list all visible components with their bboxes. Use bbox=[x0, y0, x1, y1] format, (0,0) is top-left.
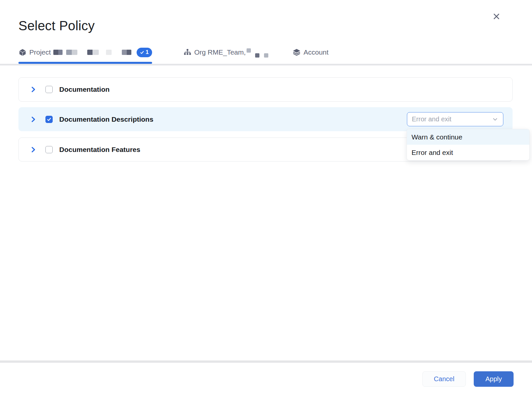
select-value: Error and exit bbox=[412, 115, 451, 123]
policy-row-documentation-descriptions[interactable]: Documentation Descriptions Error and exi… bbox=[18, 107, 513, 131]
selected-count-badge: 1 bbox=[137, 48, 152, 57]
footer-divider bbox=[0, 360, 532, 363]
tab-bar-divider bbox=[0, 64, 532, 65]
option-warn-continue[interactable]: Warn & continue bbox=[407, 129, 529, 145]
badge-count: 1 bbox=[146, 49, 148, 56]
tab-project[interactable]: Project 1 bbox=[18, 46, 152, 59]
redacted-text bbox=[87, 50, 99, 55]
check-icon bbox=[140, 50, 144, 55]
policy-label: Documentation Descriptions bbox=[59, 115, 153, 123]
close-icon bbox=[492, 12, 501, 21]
policy-row-documentation[interactable]: Documentation bbox=[18, 77, 513, 102]
checkbox-documentation-descriptions[interactable] bbox=[45, 116, 53, 123]
layers-icon bbox=[292, 48, 301, 57]
tab-account-label: Account bbox=[304, 48, 329, 56]
checkbox-documentation-features[interactable] bbox=[45, 146, 53, 153]
select-dropdown-menu: Warn & continue Error and exit bbox=[407, 129, 530, 160]
cube-icon bbox=[18, 48, 27, 57]
chevron-right-icon[interactable] bbox=[30, 116, 37, 123]
checkbox-documentation[interactable] bbox=[45, 86, 53, 93]
policy-action-select[interactable]: Error and exit bbox=[407, 112, 503, 126]
tab-org[interactable]: Org RME_Team, bbox=[183, 46, 268, 59]
cancel-button[interactable]: Cancel bbox=[422, 371, 466, 387]
page-title: Select Policy bbox=[18, 18, 95, 33]
redacted-text bbox=[66, 50, 77, 55]
redacted-text bbox=[247, 48, 251, 53]
close-button[interactable] bbox=[491, 11, 502, 22]
apply-button[interactable]: Apply bbox=[474, 371, 514, 387]
redacted-text bbox=[106, 50, 112, 55]
redacted-text bbox=[53, 50, 63, 55]
tab-project-label: Project bbox=[29, 48, 51, 56]
policy-label: Documentation bbox=[59, 86, 110, 93]
redacted-text bbox=[264, 53, 268, 58]
org-chart-icon bbox=[183, 48, 192, 57]
chevron-right-icon[interactable] bbox=[30, 146, 37, 153]
chevron-right-icon[interactable] bbox=[30, 86, 37, 93]
policy-label: Documentation Features bbox=[59, 146, 140, 154]
redacted-text bbox=[255, 53, 259, 58]
tab-account[interactable]: Account bbox=[292, 46, 329, 59]
chevron-down-icon bbox=[492, 116, 498, 123]
redacted-text bbox=[122, 50, 131, 55]
tab-org-label: Org RME_Team, bbox=[194, 48, 246, 56]
select-policy-modal: Select Policy Project 1 bbox=[0, 0, 532, 394]
option-error-exit[interactable]: Error and exit bbox=[407, 145, 529, 160]
